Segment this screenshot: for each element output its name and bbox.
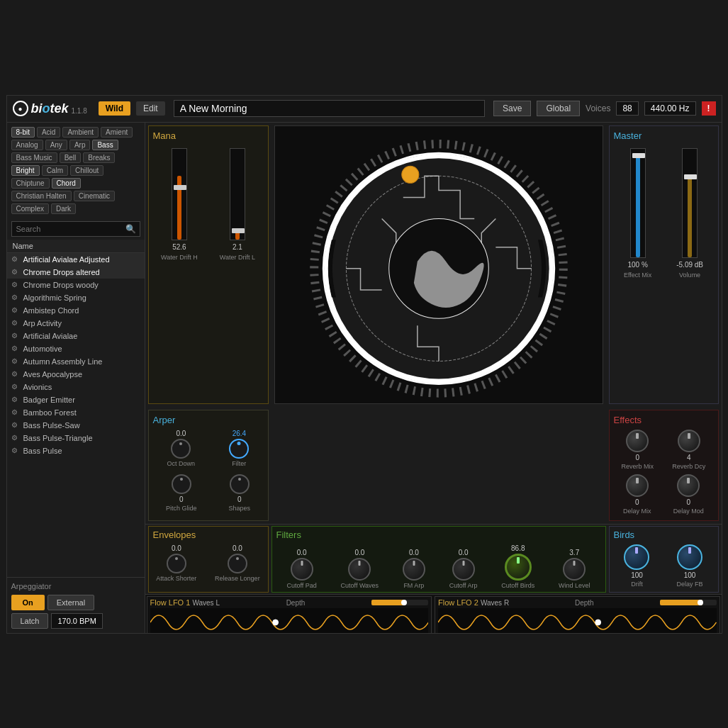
release-label: Release Longer [215, 575, 260, 582]
logo-circle: ● [13, 101, 28, 116]
envelopes-title: Envelopes [153, 530, 264, 540]
oct-down-value: 0.0 [176, 430, 186, 437]
tag-bass-music[interactable]: Bass Music [11, 152, 57, 163]
tag-chiptune[interactable]: Chiptune [11, 178, 50, 189]
list-item[interactable]: ⚙Chrome Drops woody [7, 279, 145, 291]
tag-arp[interactable]: Arp [69, 140, 91, 150]
reverb-mix-container: 0 Reverb Mix [622, 430, 654, 470]
shapes-label: Shapes [228, 505, 250, 512]
list-item[interactable]: ⚙Bamboo Forest [7, 406, 145, 419]
top-row: Mana 52.6 Water Drift H [145, 123, 722, 408]
panic-button[interactable]: ! [702, 101, 716, 116]
voices-label: Voices [586, 103, 610, 113]
list-item[interactable]: ⚙Algorithmic Spring [7, 291, 145, 304]
master-sliders: 100 % Effect Mix -5.09 dB Volume [614, 148, 714, 279]
oct-down-knob[interactable] [171, 439, 191, 459]
effect-mix-label: Effect Mix [624, 271, 651, 279]
list-item[interactable]: ⚙Automotive [7, 342, 145, 355]
lfo2-header: Flow LFO 2 Waves R Depth [438, 598, 717, 607]
effect-mix-track[interactable] [630, 148, 646, 258]
tag-chord[interactable]: Chord [52, 178, 81, 189]
lfo2-wave-svg [438, 608, 717, 632]
logo-text: biotek [31, 101, 69, 116]
tag-amient[interactable]: Amient [101, 127, 133, 138]
delay-fb-knob[interactable] [677, 544, 702, 570]
tag-dark[interactable]: Dark [51, 203, 76, 214]
tag-calm[interactable]: Calm [42, 165, 68, 176]
list-item[interactable]: ⚙Autumn Assembly Line [7, 355, 145, 368]
drift-knob[interactable] [624, 544, 649, 570]
voices-value: 88 [616, 101, 638, 116]
pitch-glide-knob[interactable] [172, 474, 191, 494]
tag-bright[interactable]: Bright [11, 165, 40, 176]
list-item[interactable]: ⚙Arp Activity [7, 317, 145, 330]
reverb-dcy-knob[interactable] [678, 430, 700, 452]
list-item[interactable]: ⚙Bass Pulse-Saw [7, 419, 145, 432]
water-drift-h-track[interactable] [172, 148, 187, 240]
effects-title: Effects [614, 415, 714, 425]
lfo2-depth-slider[interactable] [660, 600, 717, 605]
edit-button[interactable]: Edit [136, 101, 165, 116]
wind-level-knob[interactable] [563, 558, 586, 581]
fm-arp-knob[interactable] [403, 558, 425, 581]
filter-knob[interactable] [229, 439, 249, 459]
tag-bell[interactable]: Bell [60, 152, 82, 163]
cutoff-waves-knob[interactable] [348, 558, 371, 581]
drift-value: 100 [631, 571, 643, 579]
cutoff-pad-knob[interactable] [291, 558, 313, 581]
arp-on-button[interactable]: On [11, 595, 45, 610]
wild-button[interactable]: Wild [99, 101, 130, 116]
tag-bass[interactable]: Bass [92, 140, 118, 150]
delay-mix-knob[interactable] [626, 474, 649, 497]
list-item[interactable]: ⚙Artificial Avialae Adjusted [7, 253, 145, 266]
cutoff-birds-knob[interactable] [505, 554, 532, 581]
release-knob[interactable] [228, 554, 247, 573]
tag-8bit[interactable]: 8-bit [11, 127, 35, 138]
delay-mod-label: Delay Mod [673, 508, 704, 515]
lfo1-panel: Flow LFO 1 Waves L Depth [147, 596, 432, 632]
arp-external-button[interactable]: External [47, 595, 94, 610]
attack-knob[interactable] [167, 554, 186, 573]
cutoff-arp-knob[interactable] [452, 558, 475, 581]
list-item[interactable]: ⚙Bass Pulse-Triangle [7, 432, 145, 444]
reverb-mix-knob[interactable] [626, 430, 649, 452]
tag-any[interactable]: Any [45, 140, 67, 150]
list-item[interactable]: ⚙Badger Emitter [7, 393, 145, 406]
list-item[interactable]: ⚙Bass Pulse [7, 444, 145, 457]
tag-cinematic[interactable]: Cinematic [74, 191, 115, 201]
search-input[interactable] [11, 221, 140, 237]
tag-analog[interactable]: Analog [11, 140, 43, 150]
lfo2-panel: Flow LFO 2 Waves R Depth [435, 596, 720, 632]
tag-chillout[interactable]: Chillout [70, 165, 103, 176]
shapes-value: 0 [237, 495, 242, 503]
list-item[interactable]: ⚙Ambistep Chord [7, 304, 145, 317]
delay-mod-knob[interactable] [677, 474, 700, 497]
tag-breaks[interactable]: Breaks [83, 152, 115, 163]
shapes-knob[interactable] [230, 474, 250, 494]
tag-ambient[interactable]: Ambient [62, 127, 99, 138]
envelopes-section: Envelopes 0.0 Attack Shorter 0.0 [148, 526, 269, 593]
mana-section: Mana 52.6 Water Drift H [148, 125, 269, 405]
svg-point-6 [401, 166, 418, 183]
list-item[interactable]: ⚙Artificial Avialae [7, 330, 145, 342]
list-item[interactable]: ⚙Aves Apocalypse [7, 368, 145, 381]
attack-value: 0.0 [172, 544, 181, 552]
list-item[interactable]: ⚙Avionics [7, 381, 145, 393]
tag-christian[interactable]: Christian Halten [11, 191, 72, 201]
global-button[interactable]: Global [537, 101, 580, 116]
delay-mod-indicator [687, 478, 690, 483]
volume-track[interactable] [682, 148, 698, 258]
gear-icon: ⚙ [11, 383, 18, 391]
lfo1-depth-slider[interactable] [371, 600, 428, 605]
list-item[interactable]: ⚙Chrome Drops altered [7, 266, 145, 279]
gear-icon: ⚙ [11, 370, 18, 378]
tag-acid[interactable]: Acid [37, 127, 60, 138]
save-button[interactable]: Save [493, 101, 531, 116]
water-drift-l-track[interactable] [230, 148, 245, 240]
water-drift-l-value: 2.1 [233, 243, 242, 251]
tag-complex[interactable]: Complex [11, 203, 49, 214]
content-area: 8-bit Acid Ambient Amient Analog Any Arp… [7, 123, 722, 633]
arp-latch-button[interactable]: Latch [11, 613, 49, 629]
preset-name-input[interactable] [174, 100, 485, 117]
cutoff-arp-container: 0.0 Cutoff Arp [449, 549, 478, 589]
